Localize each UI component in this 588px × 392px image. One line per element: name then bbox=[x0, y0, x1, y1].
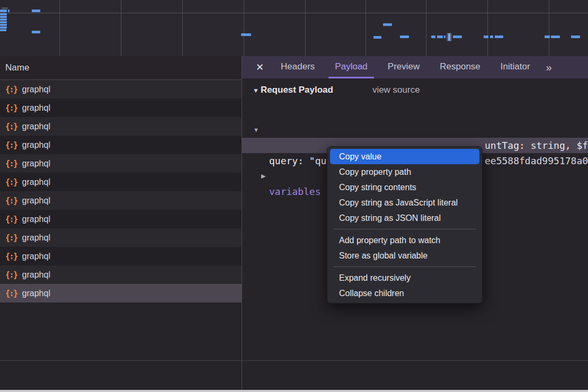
payload-root-row[interactable]: ▼ {operationName: "ipFlowTimeseries", va… bbox=[242, 107, 588, 122]
timeline-gridline bbox=[549, 0, 549, 56]
timeline-request-bar bbox=[437, 35, 443, 38]
fetch-json-icon: {:} bbox=[5, 122, 17, 131]
request-name: graphql bbox=[22, 233, 50, 243]
request-name: graphql bbox=[22, 177, 50, 187]
request-row[interactable]: {:}graphql bbox=[0, 99, 242, 117]
request-name: graphql bbox=[22, 252, 50, 261]
fetch-json-icon: {:} bbox=[5, 85, 17, 94]
timeline-request-bar bbox=[32, 31, 40, 33]
details-tab-bar: ✕ Headers Payload Preview Response Initi… bbox=[242, 56, 588, 78]
request-name: graphql bbox=[22, 215, 50, 224]
request-row[interactable]: {:}graphql bbox=[0, 117, 242, 136]
fetch-json-icon: {:} bbox=[5, 289, 17, 298]
tab-initiator[interactable]: Initiator bbox=[494, 56, 537, 78]
timeline-request-bar bbox=[32, 10, 40, 12]
variables-value-continuation: ee5588fdad995178a0 bbox=[485, 153, 588, 168]
request-name: graphql bbox=[22, 122, 50, 131]
fetch-json-icon: {:} bbox=[5, 140, 17, 150]
request-row[interactable]: {:}graphql bbox=[0, 154, 242, 173]
timeline-request-bar bbox=[571, 35, 580, 38]
fetch-json-icon: {:} bbox=[5, 103, 17, 113]
timeline-gridline bbox=[182, 0, 183, 56]
tab-headers[interactable]: Headers bbox=[274, 56, 321, 78]
timeline-request-bar bbox=[8, 10, 10, 12]
timeline-request-bar bbox=[431, 35, 435, 38]
timeline-gridline bbox=[59, 0, 60, 56]
request-row[interactable]: {:}graphql bbox=[0, 265, 242, 284]
timeline-request-bar bbox=[484, 35, 488, 38]
name-column-header[interactable]: Name bbox=[0, 56, 242, 80]
menu-item-copy-value[interactable]: Copy value bbox=[330, 149, 479, 164]
timeline-lane-divider bbox=[0, 13, 588, 13]
menu-item-copy-property-path[interactable]: Copy property path bbox=[327, 164, 482, 180]
name-column-label: Name bbox=[5, 63, 29, 73]
timeline-request-bar bbox=[400, 35, 409, 38]
fetch-json-icon: {:} bbox=[5, 215, 17, 224]
request-row[interactable]: {:}graphql bbox=[0, 80, 242, 99]
timeline-gridline bbox=[366, 0, 366, 56]
timeline-request-bar bbox=[0, 29, 6, 31]
timeline-request-bar bbox=[373, 36, 381, 39]
menu-separator bbox=[333, 266, 476, 267]
menu-separator bbox=[333, 229, 476, 229]
timeline-request-bar bbox=[551, 35, 560, 38]
timeline-gridline bbox=[244, 0, 244, 56]
tab-payload[interactable]: Payload bbox=[328, 56, 373, 78]
request-row-selected[interactable]: {:}graphql bbox=[0, 284, 242, 302]
timeline-request-bar bbox=[0, 16, 7, 18]
request-name: graphql bbox=[22, 159, 50, 168]
timeline-request-bar bbox=[490, 35, 493, 38]
menu-item-copy-string-js-literal[interactable]: Copy string as JavaScript literal bbox=[327, 195, 482, 210]
request-row[interactable]: {:}graphql bbox=[0, 191, 242, 210]
timeline-request-bar bbox=[0, 13, 7, 15]
network-requests-panel: Name {:}graphql {:}graphql {:}graphql {:… bbox=[0, 56, 242, 392]
timeline-gridline bbox=[121, 0, 121, 56]
fetch-json-icon: {:} bbox=[5, 252, 17, 261]
request-list: {:}graphql {:}graphql {:}graphql {:}grap… bbox=[0, 80, 242, 302]
menu-item-copy-string-contents[interactable]: Copy string contents bbox=[327, 180, 482, 195]
context-menu: Copy value Copy property path Copy strin… bbox=[327, 146, 483, 304]
section-title: Request Payload bbox=[261, 85, 333, 95]
timeline-request-bar bbox=[0, 10, 7, 12]
timeline-request-bar bbox=[495, 35, 503, 38]
menu-item-store-as-global-variable[interactable]: Store as global variable bbox=[327, 248, 482, 263]
request-name: graphql bbox=[22, 289, 50, 298]
operation-name-row[interactable]: operationName: "ipFlowTimeseries" bbox=[242, 122, 588, 138]
request-row[interactable]: {:}graphql bbox=[0, 136, 242, 154]
timeline-request-bar bbox=[0, 21, 7, 23]
window-bottom-edge bbox=[0, 390, 588, 392]
request-name: graphql bbox=[22, 196, 50, 206]
collapse-triangle-icon[interactable]: ▼ bbox=[253, 87, 259, 94]
request-row[interactable]: {:}graphql bbox=[0, 228, 242, 247]
timeline-gridline bbox=[426, 0, 426, 56]
tab-response[interactable]: Response bbox=[433, 56, 487, 78]
request-row[interactable]: {:}graphql bbox=[0, 173, 242, 191]
request-name: graphql bbox=[22, 85, 50, 94]
menu-item-collapse-children[interactable]: Collapse children bbox=[327, 286, 482, 301]
request-name: graphql bbox=[22, 270, 50, 280]
timeline-gray-bar bbox=[2, 7, 8, 9]
request-name: graphql bbox=[22, 140, 50, 150]
view-source-link[interactable]: view source bbox=[372, 85, 420, 95]
network-overview-timeline[interactable] bbox=[0, 0, 588, 57]
timeline-request-bar bbox=[0, 24, 7, 26]
close-icon[interactable]: ✕ bbox=[253, 61, 267, 73]
timeline-selected-marker-bar bbox=[448, 33, 450, 41]
menu-item-expand-recursively[interactable]: Expand recursively bbox=[327, 270, 482, 286]
request-row[interactable]: {:}graphql bbox=[0, 210, 242, 228]
fetch-json-icon: {:} bbox=[5, 159, 17, 168]
timeline-request-bar bbox=[0, 19, 7, 21]
request-row[interactable]: {:}graphql bbox=[0, 247, 242, 265]
timeline-request-bar bbox=[241, 33, 251, 36]
fetch-json-icon: {:} bbox=[5, 270, 17, 280]
tab-preview[interactable]: Preview bbox=[381, 56, 426, 78]
timeline-request-bar bbox=[453, 35, 462, 38]
collapsed-triangle-icon[interactable]: ▶ bbox=[261, 168, 265, 184]
request-payload-section[interactable]: ▼Request Payloadview source bbox=[253, 85, 420, 95]
menu-item-copy-string-json-literal[interactable]: Copy string as JSON literal bbox=[327, 210, 482, 226]
devtools-network-panel: Name {:}graphql {:}graphql {:}graphql {:… bbox=[0, 0, 588, 392]
timeline-request-bar bbox=[444, 35, 446, 38]
timeline-request-bar bbox=[0, 26, 7, 29]
menu-item-add-property-path-to-watch[interactable]: Add property path to watch bbox=[327, 233, 482, 248]
more-tabs-icon[interactable]: » bbox=[544, 61, 553, 74]
